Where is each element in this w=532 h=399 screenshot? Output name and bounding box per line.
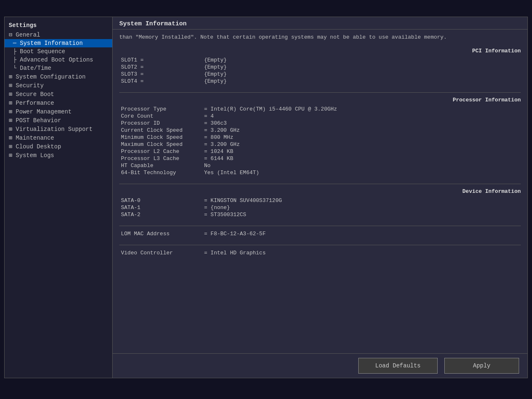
table-row: Video Controller = Intel HD Graphics bbox=[119, 249, 521, 256]
table-row: Processor ID= 306c3 bbox=[119, 120, 521, 127]
sidebar-item-virtualization-support[interactable]: ⊞ Virtualization Support bbox=[5, 125, 112, 133]
processor-label: Maximum Clock Speed bbox=[119, 141, 202, 148]
table-row: SATA-2= ST3500312CS bbox=[119, 211, 521, 218]
table-row: Core Count= 4 bbox=[119, 113, 521, 120]
lom-table: LOM MAC Address = F8-BC-12-A3-62-5F bbox=[119, 230, 521, 237]
sidebar-item-performance[interactable]: ⊞ Performance bbox=[5, 99, 112, 107]
device-label: SATA-0 bbox=[119, 197, 202, 204]
lom-mac-label: LOM MAC Address bbox=[119, 230, 202, 237]
device-section: Device Information SATA-0= KINGSTON SUV4… bbox=[119, 188, 521, 218]
sidebar-item-security[interactable]: ⊞ Security bbox=[5, 81, 112, 90]
processor-value: = 3.200 GHz bbox=[202, 127, 521, 134]
sidebar-item-secure-boot[interactable]: ⊞ Secure Boot bbox=[5, 90, 112, 99]
processor-section-title: Processor Information bbox=[119, 97, 521, 103]
processor-value: = 3.200 GHz bbox=[202, 141, 521, 148]
processor-value: = Intel(R) Core(TM) i5-4460 CPU @ 3.20GH… bbox=[202, 106, 521, 113]
sidebar-item-advanced-boot-options[interactable]: ├ Advanced Boot Options bbox=[5, 56, 112, 64]
table-row: Current Clock Speed= 3.200 GHz bbox=[119, 127, 521, 134]
processor-label: Processor L2 Cache bbox=[119, 148, 202, 155]
processor-label: Minimum Clock Speed bbox=[119, 134, 202, 141]
sidebar-item-system-configuration[interactable]: ⊞ System Configuration bbox=[5, 72, 112, 81]
processor-value: = 800 MHz bbox=[202, 134, 521, 141]
pci-table: SLOT1 ={Empty}SLOT2 ={Empty}SLOT3 ={Empt… bbox=[119, 57, 521, 85]
sidebar: Settings ⊟ General─ System Information├ … bbox=[5, 17, 113, 378]
processor-label: HT Capable bbox=[119, 162, 202, 169]
sidebar-item-system-logs[interactable]: ⊞ System Logs bbox=[5, 151, 112, 160]
sidebar-item-system-information[interactable]: ─ System Information bbox=[5, 39, 112, 47]
pci-value: {Empty} bbox=[202, 71, 521, 78]
processor-value: = 306c3 bbox=[202, 120, 521, 127]
table-row: LOM MAC Address = F8-BC-12-A3-62-5F bbox=[119, 230, 521, 237]
pci-section: PCI Information SLOT1 ={Empty}SLOT2 ={Em… bbox=[119, 48, 521, 85]
note-text: than "Memory Installed". Note that certa… bbox=[119, 34, 521, 41]
pci-label: SLOT3 = bbox=[119, 71, 202, 78]
table-row: SLOT2 ={Empty} bbox=[119, 64, 521, 71]
pci-label: SLOT4 = bbox=[119, 78, 202, 85]
processor-value: Yes (Intel EM64T) bbox=[202, 169, 521, 176]
table-row: SLOT4 ={Empty} bbox=[119, 78, 521, 85]
processor-table: Processor Type= Intel(R) Core(TM) i5-446… bbox=[119, 106, 521, 176]
table-row: Processor Type= Intel(R) Core(TM) i5-446… bbox=[119, 106, 521, 113]
divider-1 bbox=[119, 92, 521, 93]
pci-value: {Empty} bbox=[202, 57, 521, 64]
pci-label: SLOT2 = bbox=[119, 64, 202, 71]
sidebar-item-power-management[interactable]: ⊞ Power Management bbox=[5, 107, 112, 116]
device-section-title: Device Information bbox=[119, 188, 521, 195]
processor-value: = 4 bbox=[202, 113, 521, 120]
sidebar-item-cloud-desktop[interactable]: ⊞ Cloud Desktop bbox=[5, 142, 112, 151]
divider-3 bbox=[119, 226, 521, 226]
device-value: = KINGSTON SUV400S37120G bbox=[202, 197, 521, 204]
video-table: Video Controller = Intel HD Graphics bbox=[119, 249, 521, 256]
load-defaults-button[interactable]: Load Defaults bbox=[358, 358, 438, 374]
video-section: Video Controller = Intel HD Graphics bbox=[119, 249, 521, 256]
table-row: Processor L2 Cache= 1024 KB bbox=[119, 148, 521, 155]
video-value: = Intel HD Graphics bbox=[202, 249, 521, 256]
main-content: System Information than "Memory Installe… bbox=[113, 17, 527, 378]
table-row: SLOT3 ={Empty} bbox=[119, 71, 521, 78]
video-label: Video Controller bbox=[119, 249, 202, 256]
processor-label: Current Clock Speed bbox=[119, 127, 202, 134]
table-row: SLOT1 ={Empty} bbox=[119, 57, 521, 64]
lom-mac-value: = F8-BC-12-A3-62-5F bbox=[202, 230, 521, 237]
device-value: = ST3500312CS bbox=[202, 211, 521, 218]
device-label: SATA-1 bbox=[119, 204, 202, 211]
processor-value: = 6144 KB bbox=[202, 155, 521, 162]
sidebar-item-maintenance[interactable]: ⊞ Maintenance bbox=[5, 133, 112, 142]
processor-section: Processor Information Processor Type= In… bbox=[119, 97, 521, 176]
sidebar-item-post-behavior[interactable]: ⊞ POST Behavior bbox=[5, 116, 112, 125]
processor-label: Core Count bbox=[119, 113, 202, 120]
pci-value: {Empty} bbox=[202, 64, 521, 71]
pci-section-title: PCI Information bbox=[119, 48, 521, 54]
bottom-bar: Load Defaults Apply bbox=[113, 353, 527, 378]
device-value: = {none} bbox=[202, 204, 521, 211]
pci-value: {Empty} bbox=[202, 78, 521, 85]
apply-button[interactable]: Apply bbox=[444, 358, 519, 374]
processor-label: 64-Bit Technology bbox=[119, 169, 202, 176]
table-row: SATA-0= KINGSTON SUV400S37120G bbox=[119, 197, 521, 204]
section-title: System Information bbox=[113, 17, 527, 30]
table-row: HT CapableNo bbox=[119, 162, 521, 169]
processor-value: = 1024 KB bbox=[202, 148, 521, 155]
processor-label: Processor L3 Cache bbox=[119, 155, 202, 162]
table-row: Minimum Clock Speed= 800 MHz bbox=[119, 134, 521, 141]
table-row: 64-Bit TechnologyYes (Intel EM64T) bbox=[119, 169, 521, 176]
table-row: Maximum Clock Speed= 3.200 GHz bbox=[119, 141, 521, 148]
divider-4 bbox=[119, 245, 521, 245]
divider-2 bbox=[119, 184, 521, 184]
table-row: Processor L3 Cache= 6144 KB bbox=[119, 155, 521, 162]
sidebar-title: Settings bbox=[5, 20, 112, 30]
table-row: SATA-1= {none} bbox=[119, 204, 521, 211]
processor-value: No bbox=[202, 162, 521, 169]
device-label: SATA-2 bbox=[119, 211, 202, 218]
sidebar-item-general[interactable]: ⊟ General bbox=[5, 30, 112, 39]
content-area: than "Memory Installed". Note that certa… bbox=[113, 30, 527, 353]
lom-section: LOM MAC Address = F8-BC-12-A3-62-5F bbox=[119, 230, 521, 237]
sidebar-item-boot-sequence[interactable]: ├ Boot Sequence bbox=[5, 47, 112, 56]
sidebar-item-date/time[interactable]: └ Date/Time bbox=[5, 64, 112, 72]
pci-label: SLOT1 = bbox=[119, 57, 202, 64]
processor-label: Processor ID bbox=[119, 120, 202, 127]
device-table: SATA-0= KINGSTON SUV400S37120GSATA-1= {n… bbox=[119, 197, 521, 218]
processor-label: Processor Type bbox=[119, 106, 202, 113]
